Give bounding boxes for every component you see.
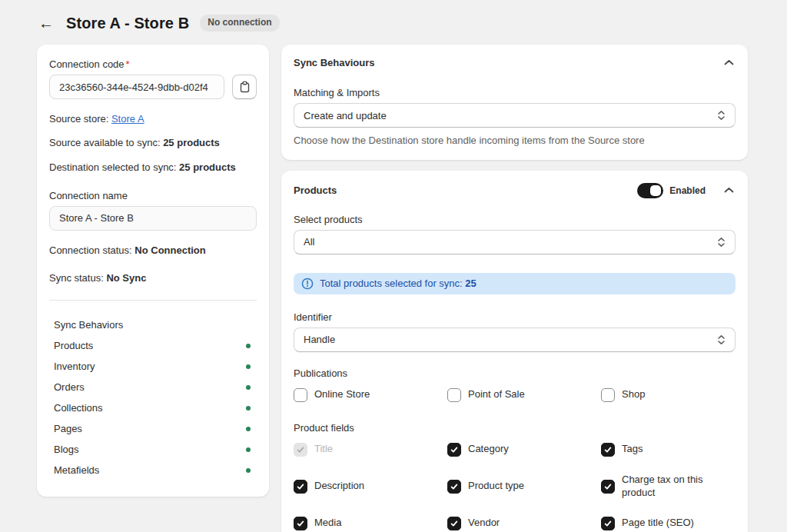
section-nav: Sync Behaviors Products Inventory Orders… — [49, 310, 257, 480]
sidebar-item-sync-behaviors[interactable]: Sync Behaviors — [54, 314, 257, 335]
checkbox-label: Point of Sale — [468, 388, 525, 401]
checkbox-label: Charge tax on this product — [622, 474, 726, 500]
product-field-page-title-seo-checkbox[interactable]: Page title (SEO) — [601, 517, 736, 530]
connection-summary-card: Connection code* Source store: Store A S… — [37, 45, 269, 497]
destination-selected-line: Destination selected to sync: 25 product… — [49, 161, 257, 174]
sync-status-label: Sync status: — [49, 272, 106, 284]
publication-point-of-sale-checkbox[interactable]: Point of Sale — [447, 388, 601, 402]
product-field-vendor-checkbox[interactable]: Vendor — [447, 517, 601, 530]
sync-status-dot — [246, 385, 251, 390]
divider — [49, 300, 257, 301]
banner-text: Total products selected for sync: 25 — [320, 278, 477, 289]
sync-behaviours-card: Sync Behaviours Matching & Imports Creat… — [281, 45, 748, 160]
connection-name-group: Connection name — [49, 190, 257, 231]
product-field-tags-checkbox[interactable]: Tags — [601, 443, 736, 457]
sync-status-value: No Sync — [106, 272, 146, 284]
product-field-description-checkbox[interactable]: Description — [294, 474, 447, 500]
nav-item-label: Collections — [54, 402, 103, 414]
products-enabled-toggle[interactable] — [637, 183, 663, 198]
sync-status-dot — [246, 364, 251, 369]
checkbox-box — [294, 480, 307, 494]
nav-item-label: Orders — [54, 381, 85, 393]
connection-status-badge: No connection — [200, 15, 279, 31]
checkbox-box — [601, 517, 615, 530]
source-store-label: Source store: — [49, 113, 111, 125]
collapse-products-button[interactable] — [722, 185, 736, 195]
select-products-select[interactable]: All — [294, 230, 736, 254]
products-header-controls: Enabled — [637, 183, 736, 198]
checkbox-box — [294, 388, 307, 402]
page-title: Store A - Store B — [66, 15, 189, 32]
sidebar-item-pages[interactable]: Pages — [54, 418, 257, 439]
matching-imports-helper: Choose how the Destination store handle … — [294, 135, 736, 148]
checkbox-label: Category — [468, 443, 509, 456]
main-content: Connection code* Source store: Store A S… — [0, 43, 787, 532]
sidebar-item-collections[interactable]: Collections — [54, 397, 257, 418]
chevron-up-icon — [724, 59, 734, 66]
product-field-media-checkbox[interactable]: Media — [294, 517, 447, 530]
checkbox-box — [601, 443, 615, 457]
sync-status-dot — [246, 427, 251, 431]
publication-shop-checkbox[interactable]: Shop — [601, 388, 736, 402]
chevron-up-icon — [724, 187, 734, 194]
publications-grid: Online Store Point of Sale Shop — [294, 388, 736, 402]
checkbox-label: Tags — [622, 443, 643, 456]
connection-code-label: Connection code* — [49, 58, 257, 70]
nav-item-label: Blogs — [54, 444, 79, 455]
identifier-select[interactable]: Handle — [294, 328, 736, 352]
publication-online-store-checkbox[interactable]: Online Store — [294, 388, 447, 402]
clipboard-icon — [239, 81, 251, 93]
matching-imports-label: Matching & Imports — [294, 87, 736, 98]
connection-name-input[interactable] — [49, 206, 257, 231]
select-caret-icon — [717, 237, 726, 248]
checkbox-box — [294, 443, 307, 457]
sync-status-dot — [246, 344, 251, 348]
select-caret-icon — [717, 334, 726, 345]
sidebar-item-inventory[interactable]: Inventory — [54, 356, 257, 377]
page-header: ← Store A - Store B No connection — [0, 0, 787, 43]
checkbox-box — [447, 443, 461, 457]
product-field-product-type-checkbox[interactable]: Product type — [447, 474, 601, 500]
checkbox-label: Media — [314, 517, 341, 530]
collapse-sync-behaviours-button[interactable] — [722, 58, 736, 68]
connection-name-label: Connection name — [49, 190, 257, 201]
connection-status-value: No Connection — [134, 244, 205, 256]
destination-selected-value: 25 products — [179, 161, 236, 173]
source-available-label: Source available to sync: — [49, 137, 163, 148]
publications-label: Publications — [294, 367, 736, 379]
nav-item-label: Products — [54, 340, 93, 351]
sync-status-line: Sync status: No Sync — [49, 272, 257, 284]
checkbox-box — [447, 480, 461, 494]
checkbox-box — [294, 517, 307, 530]
nav-item-label: Inventory — [54, 361, 95, 372]
source-store-link[interactable]: Store A — [111, 113, 144, 125]
checkbox-label: Vendor — [468, 517, 500, 530]
required-asterisk: * — [126, 58, 130, 70]
sidebar-item-products[interactable]: Products — [54, 335, 257, 356]
source-available-value: 25 products — [163, 137, 220, 148]
sync-status-dot — [246, 468, 251, 473]
sync-status-dot — [246, 406, 251, 411]
checkbox-label: Title — [314, 443, 333, 456]
back-button[interactable]: ← — [37, 14, 55, 32]
checkbox-label: Product type — [468, 480, 524, 493]
matching-imports-select[interactable]: Create and update — [294, 103, 736, 128]
sync-behaviours-header: Sync Behaviours — [294, 57, 736, 68]
select-products-label: Select products — [294, 214, 736, 225]
checkbox-box — [601, 388, 615, 402]
product-field-charge-tax-on-this-product-checkbox[interactable]: Charge tax on this product — [601, 474, 736, 500]
product-fields-grid: Title Category Tags Description — [294, 443, 736, 530]
matching-imports-value: Create and update — [304, 110, 387, 121]
sync-behaviours-title: Sync Behaviours — [294, 57, 375, 68]
sidebar-item-blogs[interactable]: Blogs — [54, 439, 257, 460]
identifier-label: Identifier — [294, 311, 736, 323]
products-toggle-label: Enabled — [669, 185, 706, 196]
products-toggle-wrap: Enabled — [637, 183, 706, 198]
sidebar-item-orders[interactable]: Orders — [54, 377, 257, 397]
connection-code-input[interactable] — [49, 75, 224, 99]
total-products-banner: Total products selected for sync: 25 — [294, 273, 736, 294]
copy-code-button[interactable] — [232, 75, 257, 99]
sidebar-item-metafields[interactable]: Metafields — [54, 460, 257, 480]
product-field-category-checkbox[interactable]: Category — [447, 443, 601, 457]
banner-label: Total products selected for sync: — [320, 278, 465, 289]
